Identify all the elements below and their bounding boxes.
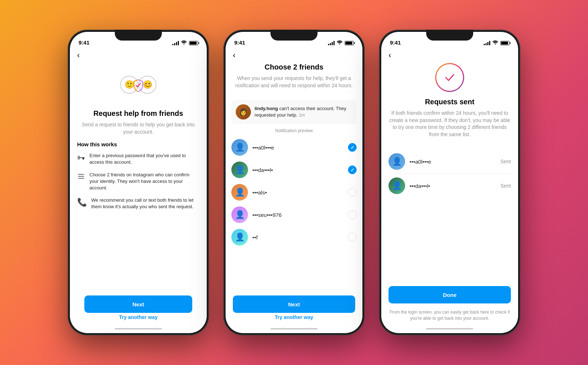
svg-point-0 [184, 44, 185, 45]
list-icon [77, 172, 85, 182]
phone-3: 9:41 ‹ [379, 30, 520, 335]
home-indicator-1 [70, 324, 207, 333]
friend-avatar-1: 👤 [231, 161, 248, 178]
sent-avatar-1: 👤 [388, 177, 405, 194]
how-text-3: We recommend you call or text both frien… [91, 197, 200, 210]
notif-avatar: 👩 [236, 104, 251, 119]
signal-icon-2 [328, 41, 335, 45]
back-button-2[interactable]: ‹ [226, 48, 362, 63]
friend-item-0[interactable]: 👤 •••a0l•••e [231, 136, 357, 159]
battery-icon-1 [189, 41, 198, 45]
notch-3 [426, 30, 473, 41]
wifi-icon-3 [492, 40, 498, 46]
how-item-2: Choose 2 friends on Instagram who can co… [77, 172, 200, 192]
status-time-3: 9:41 [390, 39, 401, 46]
status-icons-1 [172, 40, 198, 46]
illustration-1: 🙂 😊 [77, 63, 200, 106]
sent-list: 👤 •••a0l•••e Sent 👤 •••da•••l• Sent [388, 150, 511, 198]
notif-label: Notification preview [226, 128, 362, 133]
success-ring [435, 63, 464, 92]
phone-2: 9:41 ‹ Choose 2 friends When you send yo… [223, 30, 365, 335]
screen-body-3: If both friends confirm within 24 hours,… [388, 110, 511, 138]
friend-name-4: ••f [252, 234, 344, 240]
phone-icon: 📞 [77, 198, 87, 207]
how-item-3: 📞 We recommend you call or text both fri… [77, 197, 200, 210]
try-another-way-2[interactable]: Try another way [226, 314, 362, 320]
friend-avatar-0: 👤 [231, 139, 248, 156]
how-text-2: Choose 2 friends on Instagram who can co… [89, 172, 200, 192]
friend-avatar-3: 👤 [231, 206, 248, 223]
try-another-way-1[interactable]: Try another way [77, 314, 200, 320]
svg-point-4 [339, 44, 340, 45]
done-button[interactable]: Done [388, 286, 511, 303]
screen-title-3: Requests sent [388, 98, 511, 106]
sent-avatar-0: 👤 [388, 153, 405, 170]
screen-title-1: Request help from friends [77, 109, 200, 118]
how-text-1: Enter a previous password that you've us… [89, 152, 200, 165]
wifi-icon-1 [181, 40, 187, 46]
notif-username: lindy.hong [255, 106, 278, 111]
back-button-1[interactable]: ‹ [70, 48, 207, 63]
status-time-2: 9:41 [234, 39, 245, 46]
notch-2 [270, 30, 318, 41]
screen-subtitle-1: Send a request to friends to help you ge… [77, 121, 200, 135]
home-indicator-2 [226, 324, 362, 333]
notif-time: 1m [299, 113, 305, 118]
key-icon: 🗝 [77, 153, 85, 163]
battery-icon-2 [345, 41, 354, 45]
status-icons-2 [328, 40, 354, 46]
shield-icon [133, 79, 144, 91]
friends-list: 👤 •••a0l•••e 👤 •••da•••l• [226, 136, 362, 293]
friend-name-0: •••a0l•••e [252, 144, 344, 151]
friend-avatar-2: 👤 [231, 184, 248, 201]
friend-name-2: •••als• [252, 189, 344, 196]
signal-icon-1 [172, 41, 179, 45]
friend-item-2[interactable]: 👤 •••als• [231, 181, 357, 204]
friend-avatar-4: 👤 [231, 229, 248, 246]
sent-item-0: 👤 •••a0l•••e Sent [388, 150, 511, 174]
footer-text: From the login screen, you can easily ge… [388, 309, 511, 322]
sent-name-1: •••da•••l• [410, 183, 496, 189]
sent-status-0: Sent [500, 159, 511, 164]
friend-check-3[interactable] [348, 210, 357, 219]
notch-1 [115, 30, 162, 41]
screen-subtitle-2: When you send your requests for help, th… [233, 75, 355, 89]
back-button-3[interactable]: ‹ [381, 48, 518, 63]
wifi-icon-2 [337, 40, 343, 46]
friend-item-4[interactable]: 👤 ••f [231, 226, 357, 248]
friend-check-0[interactable] [348, 143, 357, 152]
how-title-1: How this works [77, 141, 200, 147]
battery-icon-3 [500, 41, 509, 45]
friend-check-1[interactable] [348, 165, 357, 174]
next-button-2[interactable]: Next [233, 295, 355, 313]
friend-item-1[interactable]: 👤 •••da•••l• [231, 159, 357, 181]
svg-point-5 [495, 44, 496, 45]
friend-name-1: •••da•••l• [252, 167, 344, 173]
sent-status-1: Sent [500, 183, 511, 189]
screen-title-2: Choose 2 friends [233, 63, 355, 71]
friend-item-3[interactable]: 👤 •••seu•••976 [231, 204, 357, 226]
how-item-1: 🗝 Enter a previous password that you've … [77, 152, 200, 165]
how-list-1: 🗝 Enter a previous password that you've … [77, 152, 200, 293]
sent-name-0: •••a0l•••e [410, 159, 496, 165]
notif-text: lindy.hong can't access their account. T… [255, 105, 352, 118]
status-icons-3 [484, 40, 509, 46]
next-button-1[interactable]: Next [84, 295, 192, 313]
notif-avatar-img: 👩 [236, 104, 251, 119]
friend-check-2[interactable] [348, 188, 357, 197]
sent-item-1: 👤 •••da•••l• Sent [388, 174, 511, 198]
signal-icon-3 [484, 41, 490, 45]
notification-card: 👩 lindy.hong can't access their account.… [231, 100, 357, 124]
friend-check-4[interactable] [348, 233, 357, 242]
friend-name-3: •••seu•••976 [252, 212, 344, 218]
success-circle [435, 63, 464, 92]
home-indicator-3 [381, 324, 518, 333]
status-time-1: 9:41 [79, 39, 89, 46]
phone-1: 9:41 ‹ 🙂 [68, 30, 209, 335]
